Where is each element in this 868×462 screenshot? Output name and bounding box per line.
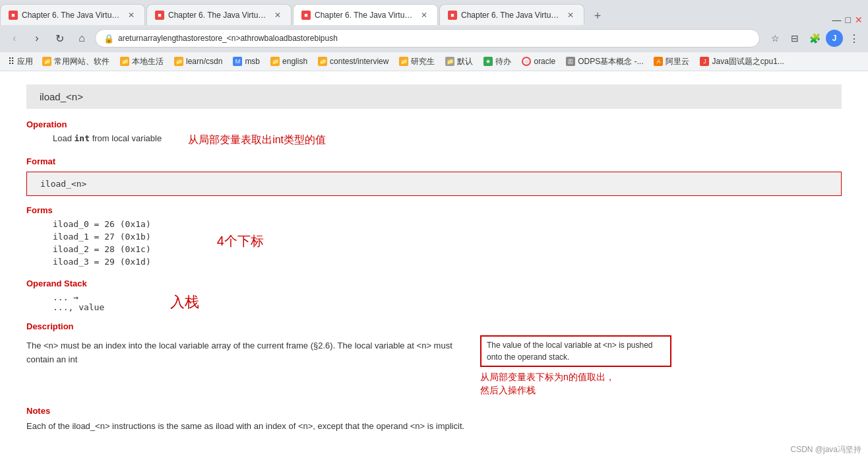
bookmark-waiting[interactable]: ★ 待办: [480, 55, 515, 69]
bookmark-research[interactable]: 📁 研究生: [395, 55, 439, 69]
operand-item-0: ... →: [53, 292, 104, 302]
toolbar-icons: ☆ ⊟ 🧩 J ⋮: [766, 30, 863, 47]
bookmark-contest-icon: 📁: [318, 57, 327, 66]
bookmark-alibaba-label: 阿里云: [666, 56, 689, 67]
bookmark-alibaba[interactable]: A 阿里云: [650, 55, 693, 69]
page-content: iload_<n> Operation Load int from local …: [0, 71, 868, 462]
bookmark-local-label: 本地生活: [132, 56, 164, 67]
browser-controls: — □ ✕: [832, 15, 868, 25]
bookmark-english[interactable]: 📁 english: [266, 55, 311, 67]
tab-2-title: Chapter 6. The Java Virtual Ma...: [168, 11, 268, 20]
forms-item-1: iload_1 = 27 (0x1b): [53, 232, 151, 242]
operation-label: Operation: [26, 119, 842, 129]
forms-annotation: 4个下标: [217, 232, 264, 269]
home-button[interactable]: ⌂: [73, 29, 91, 48]
operation-code: int: [75, 133, 90, 143]
profile-button[interactable]: J: [826, 30, 843, 47]
description-section: Description The <n> must be an index int…: [26, 321, 842, 397]
operand-stack-label: Operand Stack: [26, 279, 842, 288]
notes-section: Notes Each of the iload_<n> instructions…: [26, 406, 842, 434]
tab-1-close[interactable]: ✕: [126, 10, 137, 20]
bookmark-msb[interactable]: M msb: [229, 55, 264, 67]
apps-label: 应用: [17, 56, 33, 67]
bookmark-oracle-label: oracle: [534, 57, 555, 66]
bookmark-learn[interactable]: 📁 learn/csdn: [170, 55, 226, 67]
maximize-button[interactable]: □: [846, 15, 851, 25]
bookmark-learn-label: learn/csdn: [186, 57, 222, 66]
bookmark-default[interactable]: 📁 默认: [441, 55, 477, 69]
bookmark-odps-icon: 図: [566, 57, 575, 66]
tab-2[interactable]: ■ Chapter 6. The Java Virtual Ma... ✕: [146, 4, 292, 25]
close-button[interactable]: ✕: [855, 15, 863, 25]
tab-1[interactable]: ■ Chapter 6. The Java Virtual Ma... ✕: [0, 4, 145, 25]
format-section: Format iload_<n>: [26, 156, 842, 196]
forms-item-2: iload_2 = 28 (0x1c): [53, 244, 151, 254]
tab-bar: ■ Chapter 6. The Java Virtual Ma... ✕ ■ …: [0, 0, 868, 25]
description-side-annotation: 从局部变量表下标为n的值取出， 然后入操作栈: [480, 371, 671, 397]
tab-4[interactable]: ■ Chapter 6. The Java Virtual Ma... ✕: [439, 4, 584, 25]
forward-button[interactable]: ›: [28, 29, 46, 48]
operand-annotation: 入栈: [170, 292, 199, 312]
address-bar-row: ‹ › ↻ ⌂ 🔒 areturnarraylengthastorestore_…: [0, 25, 868, 51]
bookmark-odps[interactable]: 図 ODPS基本概念 -...: [562, 55, 647, 69]
tab-3-title: Chapter 6. The Java Virtual Ma...: [315, 11, 415, 20]
tab-1-title: Chapter 6. The Java Virtual Ma...: [22, 11, 122, 20]
address-box[interactable]: 🔒 areturnarraylengthastorestore_<n>athro…: [95, 29, 760, 48]
bookmark-star-icon[interactable]: ☆: [766, 30, 784, 47]
new-tab-button[interactable]: +: [588, 7, 607, 25]
tab-4-title: Chapter 6. The Java Virtual Ma...: [461, 11, 561, 20]
refresh-button[interactable]: ↻: [50, 29, 69, 48]
bookmark-common[interactable]: 📁 常用网站、软件: [38, 55, 113, 69]
bookmark-learn-icon: 📁: [174, 57, 183, 66]
forms-item-0: iload_0 = 26 (0x1a): [53, 219, 151, 229]
back-button[interactable]: ‹: [5, 29, 24, 48]
bookmark-english-icon: 📁: [270, 57, 280, 66]
tab-3[interactable]: ■ Chapter 6. The Java Virtual Ma... ✕: [293, 4, 438, 25]
bookmark-msb-label: msb: [245, 57, 260, 66]
instruction-title: iload_<n>: [40, 91, 83, 102]
bookmark-odps-label: ODPS基本概念 -...: [578, 56, 643, 67]
forms-section: Forms iload_0 = 26 (0x1a) iload_1 = 27 (…: [26, 205, 842, 269]
menu-button[interactable]: ⋮: [846, 30, 863, 47]
bookmark-default-icon: 📁: [445, 57, 454, 66]
bookmark-waiting-label: 待办: [495, 56, 511, 67]
operand-stack-items: ... → ..., value: [26, 292, 104, 312]
format-code-box: iload_<n>: [26, 172, 842, 196]
cast-icon[interactable]: ⊟: [786, 30, 803, 47]
bookmark-oracle-icon: ○: [522, 57, 531, 66]
bookmark-contest[interactable]: 📁 contest/interview: [314, 55, 392, 67]
bookmark-apps[interactable]: ⠿ 应用: [5, 55, 36, 69]
operand-item-1: ..., value: [53, 302, 104, 312]
tab-3-close[interactable]: ✕: [419, 10, 429, 20]
bookmark-java[interactable]: J Java固试题之cpu1...: [696, 55, 788, 69]
operation-text: Load int from local variable: [53, 133, 162, 143]
operation-section: Operation Load int from local variable 从…: [26, 119, 842, 147]
minimize-button[interactable]: —: [832, 15, 842, 25]
bookmark-contest-label: contest/interview: [330, 57, 388, 66]
forms-item-3: iload_3 = 29 (0x1d): [53, 257, 151, 267]
bookmark-java-icon: J: [700, 57, 709, 66]
operand-stack-section: Operand Stack ... → ..., value 入栈: [26, 279, 842, 312]
bookmark-common-label: 常用网站、软件: [54, 56, 109, 67]
description-main-text: The <n> must be an index into the local …: [26, 339, 475, 367]
description-side-box: The value of the local variable at <n> i…: [480, 335, 671, 367]
bookmark-alibaba-icon: A: [654, 57, 663, 66]
bookmark-oracle[interactable]: ○ oracle: [518, 55, 559, 67]
bookmark-java-label: Java固试题之cpu1...: [712, 56, 784, 67]
bookmark-english-label: english: [282, 57, 307, 66]
extensions-icon[interactable]: 🧩: [806, 30, 823, 47]
tab-4-close[interactable]: ✕: [565, 10, 576, 20]
watermark: CSDN @java冯坚持: [790, 444, 861, 455]
description-side: The value of the local variable at <n> i…: [480, 335, 671, 397]
bookmark-common-icon: 📁: [42, 57, 51, 66]
bookmark-waiting-icon: ★: [483, 57, 493, 66]
bookmark-default-label: 默认: [457, 56, 473, 67]
tab-2-close[interactable]: ✕: [272, 10, 283, 20]
bookmark-research-label: 研究生: [411, 56, 435, 67]
tab-2-favicon: ■: [155, 11, 164, 20]
notes-label: Notes: [26, 406, 842, 416]
tab-4-favicon: ■: [448, 11, 457, 20]
bookmark-local[interactable]: 📁 本地生活: [116, 55, 168, 69]
browser-window: ■ Chapter 6. The Java Virtual Ma... ✕ ■ …: [0, 0, 868, 462]
description-label: Description: [26, 321, 842, 331]
